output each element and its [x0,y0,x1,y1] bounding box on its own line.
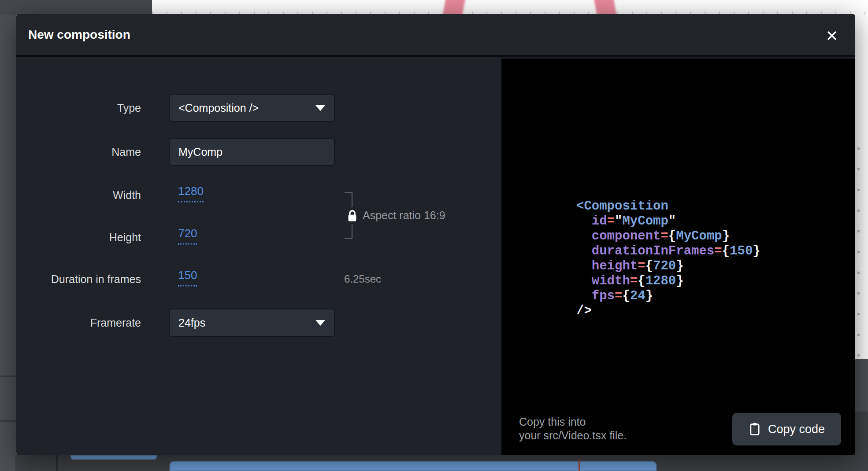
background-timeline-divider [56,454,58,471]
lock-icon [346,207,359,224]
width-value[interactable]: 1280 [178,184,204,202]
form-panel: Type <Composition /> Name Width 1280 Hei… [16,59,501,455]
close-button[interactable] [824,28,840,44]
background-timeline-track-small [70,455,157,460]
code-preview-panel: <Composition id="MyComp" component={MyCo… [501,59,855,455]
copy-hint: Copy this into your src/Video.tsx file. [519,415,627,442]
height-value[interactable]: 720 [178,227,197,245]
aspect-ratio-label: Aspect ratio 16:9 [363,209,445,222]
copy-hint-line1: Copy this into [519,415,627,429]
type-label: Type [16,102,141,114]
type-select[interactable]: <Composition /> [169,94,335,122]
chevron-down-icon [315,105,325,111]
copy-code-label: Copy code [768,423,825,436]
duration-value[interactable]: 150 [178,269,197,287]
framerate-select-value: 24fps [178,316,205,329]
name-input[interactable] [178,146,325,158]
duration-seconds: 6.25sec [344,273,381,285]
clipboard-icon [749,422,761,436]
copy-code-button[interactable]: Copy code [732,413,841,445]
close-icon [825,29,838,42]
height-label: Height [16,231,141,244]
background-playhead [579,460,580,471]
duration-label: Duration in frames [16,273,141,286]
name-label: Name [16,146,141,158]
code-block: <Composition id="MyComp" component={MyCo… [576,199,760,319]
background-divider [0,375,16,377]
background-toolbar [0,0,152,15]
background-left-panel [0,15,16,471]
background-right-panel [854,359,868,412]
width-label: Width [16,189,141,202]
framerate-label: Framerate [16,316,141,329]
dialog-titlebar: New composition [16,14,855,57]
name-field-box [169,138,335,166]
background-timeline-track [170,461,657,471]
chevron-down-icon [315,320,325,326]
dialog-title: New composition [28,14,130,55]
new-composition-dialog: New composition Type <Composition /> Nam… [16,14,855,455]
background-divider [0,420,16,422]
copy-hint-line2: your src/Video.tsx file. [519,429,627,442]
type-select-value: <Composition /> [178,102,259,114]
framerate-select[interactable]: 24fps [169,309,335,337]
background-ruler-dots [857,147,860,359]
dialog-body: Type <Composition /> Name Width 1280 Hei… [16,59,855,455]
